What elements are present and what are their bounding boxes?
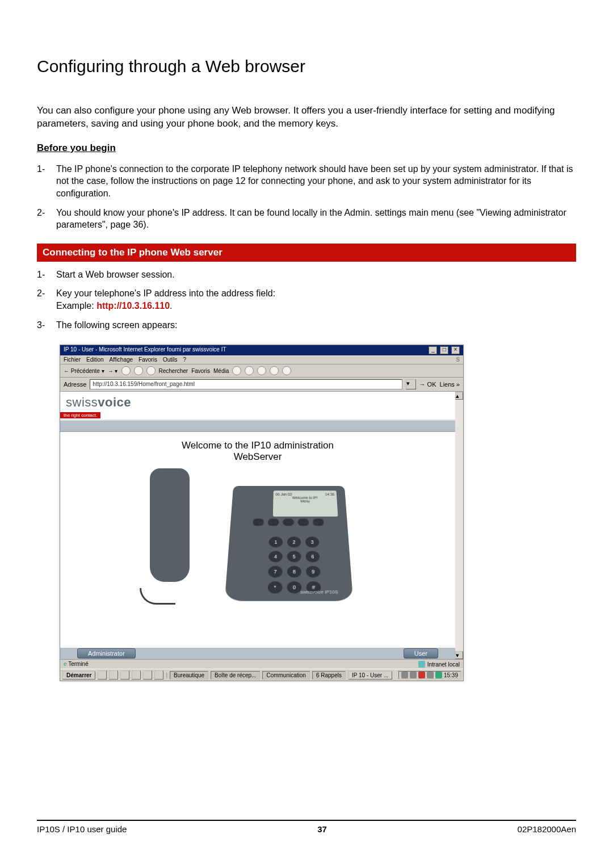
menu-help[interactable]: ?	[183, 357, 186, 363]
task-button[interactable]: 6 Rappels	[312, 671, 346, 680]
example-url: http://10.3.16.110	[96, 301, 170, 311]
list-marker: 2-	[37, 287, 56, 312]
menu-affichage[interactable]: Affichage	[110, 357, 133, 363]
status-bar: e Terminé Intranet local	[60, 659, 463, 669]
brand-prefix: swiss	[66, 395, 98, 409]
footer-right: 02P182000Aen	[518, 824, 576, 834]
list-text: The IP phone's connection to the corpora…	[56, 163, 576, 200]
quicklaunch-icon[interactable]	[132, 670, 141, 680]
toolbar: ← Précédente ▾ → ▾ Rechercher Favoris Mé…	[60, 364, 463, 378]
titlebar: IP 10 - User - Microsoft Internet Explor…	[60, 345, 463, 355]
administrator-button[interactable]: Administrator	[77, 648, 136, 659]
task-button[interactable]: Communication	[262, 671, 309, 680]
start-button[interactable]: Démarrer	[62, 671, 95, 680]
phone-illustration: 06 Jan 03 14:38 Welcome to IP! Menu	[167, 468, 349, 599]
model-label: swissvoice IP10S	[300, 589, 338, 595]
zone-label: Intranet local	[427, 661, 460, 668]
brand-tagline: the right contact.	[60, 412, 100, 418]
quicklaunch-icon[interactable]	[154, 670, 163, 680]
phone-menu-label: Menu	[275, 500, 335, 503]
maximize-button[interactable]: □	[440, 346, 448, 354]
quicklaunch-icon[interactable]	[109, 670, 118, 680]
list-text: You should know your phone's IP address.…	[56, 207, 576, 231]
quicklaunch-icon[interactable]	[98, 670, 107, 680]
tray-icon[interactable]	[418, 672, 425, 678]
refresh-icon[interactable]	[134, 366, 143, 375]
scroll-up-button[interactable]: ▴	[455, 392, 463, 400]
page-footer: IP10S / IP10 user guide 37 02P182000Aen	[37, 820, 576, 834]
vertical-scrollbar[interactable]: ▴ ▾	[455, 392, 463, 659]
key-4: 4	[268, 551, 283, 563]
address-dropdown[interactable]: ▾	[406, 379, 416, 389]
footer-page-number: 37	[317, 824, 327, 834]
tray-icon[interactable]	[427, 672, 434, 678]
task-button[interactable]: Bureautique	[170, 671, 208, 680]
connect-item-2: 2- Key your telephone's IP address into …	[37, 287, 576, 312]
before-item-2: 2- You should know your phone's IP addre…	[37, 207, 576, 231]
scroll-down-button[interactable]: ▾	[455, 651, 463, 659]
close-button[interactable]: ×	[451, 346, 460, 354]
handset	[150, 468, 190, 582]
edit-icon[interactable]	[270, 366, 279, 375]
forward-button[interactable]: → ▾	[108, 368, 118, 374]
tray-icon[interactable]	[401, 672, 408, 678]
mail-icon[interactable]	[245, 366, 254, 375]
key-8: 8	[287, 566, 301, 578]
address-label: Adresse	[64, 381, 86, 388]
key-0: 0	[287, 581, 302, 594]
print-icon[interactable]	[257, 366, 266, 375]
tray-icon[interactable]	[435, 672, 442, 678]
task-button-active[interactable]: IP 10 - User ...	[348, 671, 392, 680]
tray-icon[interactable]	[410, 672, 417, 678]
discuss-icon[interactable]	[282, 366, 291, 375]
back-button[interactable]: ← Précédente ▾	[64, 368, 104, 374]
list-marker: 1-	[37, 269, 56, 281]
home-icon[interactable]	[146, 366, 156, 375]
status-text: Terminé	[68, 661, 89, 667]
phone-time: 14:38	[325, 493, 334, 496]
before-item-1: 1- The IP phone's connection to the corp…	[37, 163, 576, 200]
media-button[interactable]: Média	[213, 368, 229, 374]
menu-outils[interactable]: Outils	[163, 357, 178, 363]
key-1: 1	[269, 536, 283, 547]
history-icon[interactable]	[232, 366, 241, 375]
admin-bar: Administrator User	[60, 648, 455, 659]
quicklaunch-icon[interactable]	[143, 670, 152, 680]
search-button[interactable]: Rechercher	[159, 368, 188, 374]
menu-favoris[interactable]: Favoris	[138, 357, 157, 363]
welcome-line2: WebServer	[60, 451, 455, 463]
step2-line1: Key your telephone's IP address into the…	[56, 288, 275, 298]
stop-icon[interactable]	[121, 366, 131, 375]
list-text: Start a Web browser session.	[56, 269, 576, 281]
address-input[interactable]: http://10.3.16.159/Home/front_page.html	[90, 379, 402, 389]
before-heading: Before you begin	[37, 142, 576, 155]
minimize-button[interactable]: _	[429, 346, 437, 354]
footer-left: IP10S / IP10 user guide	[37, 824, 127, 834]
browser-window: IP 10 - User - Microsoft Internet Explor…	[60, 345, 464, 681]
go-button[interactable]: → OK	[419, 381, 436, 388]
window-title: IP 10 - User - Microsoft Internet Explor…	[64, 346, 226, 354]
list-marker: 1-	[37, 163, 56, 200]
phone-screen: 06 Jan 03 14:38 Welcome to IP! Menu	[273, 490, 338, 517]
page-content: Welcome to the IP10 administration WebSe…	[60, 432, 455, 659]
nav-strip	[60, 420, 455, 432]
keypad: 1 2 3 4 5 6 7 8 9 *	[268, 536, 322, 593]
links-label[interactable]: Liens »	[440, 381, 460, 388]
quicklaunch-icon[interactable]	[120, 670, 129, 680]
menu-edition[interactable]: Edition	[86, 357, 104, 363]
key-9: 9	[306, 566, 321, 578]
key-2: 2	[287, 536, 301, 547]
key-5: 5	[287, 551, 301, 563]
softkeys	[253, 519, 324, 526]
connect-heading: Connecting to the IP phone Web server	[37, 244, 576, 262]
favorites-button[interactable]: Favoris	[191, 368, 210, 374]
menu-fichier[interactable]: Fichier	[64, 357, 81, 363]
menubar: Fichier Edition Affichage Favoris Outils…	[60, 355, 463, 364]
key-6: 6	[305, 551, 320, 563]
task-button[interactable]: Boîte de récep...	[211, 671, 260, 680]
user-button[interactable]: User	[404, 648, 438, 659]
key-3: 3	[305, 536, 320, 547]
connect-item-1: 1- Start a Web browser session.	[37, 269, 576, 281]
brand-suffix: voice	[98, 395, 131, 409]
scroll-track[interactable]	[455, 400, 463, 651]
